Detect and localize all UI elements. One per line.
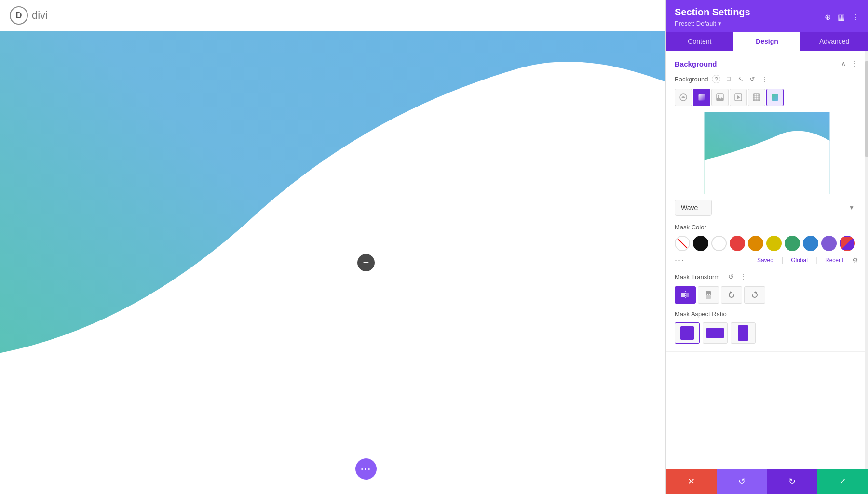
color-swatch-blue[interactable] [803, 236, 818, 251]
transform-rotate-right[interactable] [744, 286, 765, 304]
bg-type-color[interactable] [675, 89, 692, 106]
divi-logo-circle: D [10, 6, 28, 25]
cancel-button[interactable]: ✕ [666, 469, 717, 494]
wave-dropdown-row: Wave Triangle Curve Arrow Slant Book ▼ [675, 200, 859, 216]
aspect-square[interactable] [675, 322, 700, 344]
color-dots: ··· [675, 255, 685, 265]
scrollbar-track[interactable] [865, 51, 868, 469]
svg-rect-14 [772, 94, 778, 101]
color-swatch-purple[interactable] [821, 236, 837, 251]
panel-target-icon[interactable]: ⊕ [825, 13, 831, 22]
section-collapse-btn[interactable]: ∧ [840, 59, 847, 68]
bg-preview-svg [675, 112, 859, 194]
mask-transform-row: Mask Transform ↺ ⋮ [675, 272, 859, 281]
background-section-title: Background [675, 60, 717, 68]
aspect-tall[interactable] [731, 322, 756, 344]
panel-title: Section Settings [675, 7, 750, 18]
wave-select-wrapper: Wave Triangle Curve Arrow Slant Book ▼ [675, 200, 859, 216]
svg-point-4 [718, 95, 719, 97]
transform-flip-v[interactable] [698, 286, 719, 304]
svg-marker-23 [754, 291, 757, 293]
action-bar: ✕ ↺ ↻ ✓ [666, 469, 868, 494]
add-section-button[interactable]: + [357, 254, 375, 271]
wave-select[interactable]: Wave Triangle Curve Arrow Slant Book [675, 200, 712, 216]
bg-type-image[interactable] [711, 89, 729, 106]
mask-aspect-section: Mask Aspect Ratio [675, 310, 859, 344]
wave-background-svg [0, 31, 665, 494]
section-header-right: ∧ ⋮ [840, 59, 859, 68]
background-section: Background ∧ ⋮ Background ? 🖥 ↖ ↺ ⋮ [666, 51, 868, 352]
color-tab-saved[interactable]: Saved [757, 256, 773, 265]
svg-rect-19 [706, 291, 711, 294]
tab-content[interactable]: Content [666, 32, 733, 51]
bg-type-pattern[interactable] [748, 89, 765, 106]
mask-transform-more-btn[interactable]: ⋮ [739, 272, 747, 281]
transform-flip-h[interactable] [675, 286, 696, 304]
color-swatches [675, 236, 859, 251]
flip-v-icon [704, 290, 713, 300]
wave-select-arrow-icon: ▼ [849, 204, 854, 211]
bg-label-row: Background ? 🖥 ↖ ↺ ⋮ [675, 74, 859, 84]
color-swatch-black[interactable] [693, 236, 708, 251]
mask-transform-label: Mask Transform [675, 273, 719, 280]
panel-header: Section Settings Preset: Default ▾ ⊕ ▦ ⋮ [666, 0, 868, 32]
tab-advanced[interactable]: Advanced [800, 32, 868, 51]
panel-body: Background ∧ ⋮ Background ? 🖥 ↖ ↺ ⋮ [666, 51, 868, 469]
bg-label: Background [675, 76, 708, 83]
rotate-left-icon [727, 290, 736, 300]
canvas-area: D divi + ⋯ [0, 0, 665, 494]
divi-logo: D divi [10, 6, 48, 25]
mask-color-section: Mask Color [675, 224, 859, 265]
bg-help-icon[interactable]: ? [712, 75, 720, 83]
bg-cursor-icon[interactable]: ↖ [737, 74, 745, 84]
canvas-content: + ⋯ [0, 31, 665, 494]
svg-rect-16 [681, 293, 685, 297]
bg-type-video[interactable] [730, 89, 747, 106]
section-header: Background ∧ ⋮ [675, 59, 859, 68]
panel-layout-icon[interactable]: ▦ [838, 13, 845, 22]
panel-more-icon[interactable]: ⋮ [852, 13, 859, 22]
color-swatch-yellow[interactable] [766, 236, 782, 251]
more-options-button[interactable]: ⋯ [355, 458, 377, 480]
aspect-wide[interactable] [703, 322, 728, 344]
color-swatch-transparent[interactable] [675, 236, 690, 251]
flip-h-icon [680, 290, 690, 300]
bg-options-icon[interactable]: ⋮ [760, 74, 769, 84]
svg-marker-6 [737, 95, 740, 99]
panel-tabs: Content Design Advanced [666, 32, 868, 51]
rotate-right-icon [750, 290, 760, 300]
divi-header: D divi [0, 0, 665, 31]
color-swatch-green[interactable] [785, 236, 800, 251]
color-tab-recent[interactable]: Recent [825, 256, 843, 265]
bg-type-active-gradient[interactable] [766, 89, 784, 106]
panel-preset[interactable]: Preset: Default ▾ [675, 20, 750, 27]
bg-type-gradient[interactable] [693, 89, 710, 106]
svg-rect-2 [698, 94, 705, 101]
color-settings-icon[interactable]: ⚙ [851, 255, 859, 265]
tab-design[interactable]: Design [733, 32, 801, 51]
undo-button[interactable]: ↺ [717, 469, 767, 494]
color-swatch-orange[interactable] [748, 236, 763, 251]
save-button[interactable]: ✓ [817, 469, 868, 494]
color-tabs-row: ··· Saved | Global | Recent ⚙ [675, 255, 859, 265]
color-swatch-red[interactable] [730, 236, 745, 251]
mask-transform-reset-btn[interactable]: ↺ [727, 272, 735, 281]
section-more-btn[interactable]: ⋮ [851, 59, 859, 68]
transform-icons [675, 286, 859, 304]
bg-preview [675, 112, 859, 194]
color-swatch-white[interactable] [711, 236, 727, 251]
bg-type-icons [675, 89, 859, 106]
svg-rect-20 [706, 295, 711, 299]
bg-desktop-icon[interactable]: 🖥 [724, 74, 733, 84]
settings-panel: Section Settings Preset: Default ▾ ⊕ ▦ ⋮… [665, 0, 868, 494]
mask-aspect-label: Mask Aspect Ratio [675, 310, 859, 318]
aspect-ratio-icons [675, 322, 859, 344]
svg-marker-22 [729, 291, 732, 293]
redo-button[interactable]: ↻ [767, 469, 818, 494]
color-swatch-custom[interactable] [840, 236, 855, 251]
bg-reset-icon[interactable]: ↺ [748, 74, 756, 84]
scrollbar-thumb[interactable] [865, 61, 868, 157]
color-tab-global[interactable]: Global [791, 256, 808, 265]
svg-rect-17 [686, 293, 689, 297]
transform-rotate-left[interactable] [721, 286, 742, 304]
